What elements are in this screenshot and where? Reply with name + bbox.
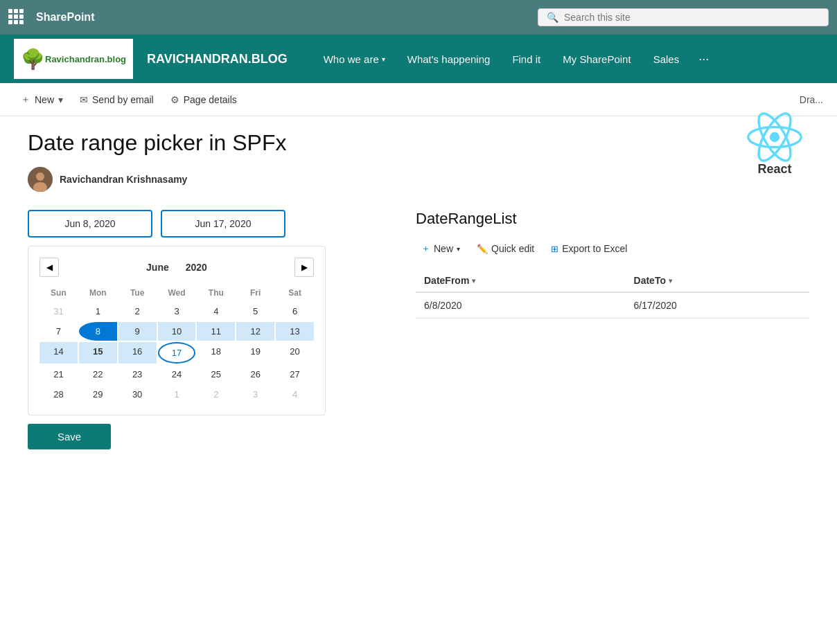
- column-header-datefrom[interactable]: DateFrom ▾: [416, 269, 626, 292]
- nav-label-my-sharepoint: My SharePoint: [563, 53, 631, 65]
- cal-day[interactable]: 2: [197, 385, 235, 404]
- cell-datefrom: 6/8/2020: [416, 292, 626, 319]
- cal-day[interactable]: 4: [197, 302, 235, 321]
- day-header-tue: Tue: [118, 285, 157, 301]
- send-by-email-button[interactable]: ✉ Send by email: [73, 90, 161, 109]
- cal-day[interactable]: 5: [236, 302, 274, 321]
- chevron-down-icon: ▾: [382, 55, 385, 63]
- cal-day-in-range[interactable]: 9: [118, 322, 157, 341]
- search-bar[interactable]: 🔍: [538, 8, 829, 26]
- cal-day[interactable]: 3: [236, 385, 274, 404]
- calendar-grid: Sun Mon Tue Wed Thu Fri Sat 31 1 2 3 4 5…: [39, 285, 314, 404]
- search-input[interactable]: [564, 12, 820, 23]
- list-new-button[interactable]: ＋ New ▾: [416, 239, 466, 258]
- prev-month-button[interactable]: ◀: [39, 258, 59, 277]
- export-to-excel-button[interactable]: ⊞ Export to Excel: [545, 240, 633, 258]
- day-header-fri: Fri: [236, 285, 274, 301]
- sort-chevron-icon: ▾: [669, 277, 672, 285]
- cal-day[interactable]: 1: [158, 385, 196, 404]
- send-by-email-label: Send by email: [92, 94, 154, 105]
- author-avatar-image: [28, 167, 53, 192]
- cal-day[interactable]: 27: [276, 365, 314, 384]
- author-row: Ravichandran Krishnasamy: [28, 167, 809, 192]
- quick-edit-label: Quick edit: [491, 243, 534, 254]
- svg-point-5: [36, 172, 44, 181]
- nav-item-my-sharepoint[interactable]: My SharePoint: [554, 48, 639, 71]
- cal-day[interactable]: 29: [79, 385, 117, 404]
- calendar-section: Jun 8, 2020 Jun 17, 2020 ◀ June 2020 ▶ S…: [28, 210, 374, 449]
- date-inputs: Jun 8, 2020 Jun 17, 2020: [28, 210, 374, 238]
- cal-day-in-range[interactable]: 11: [197, 322, 235, 341]
- cal-day[interactable]: 7: [39, 322, 78, 341]
- cal-day[interactable]: 6: [276, 302, 314, 321]
- nav-item-find-it[interactable]: Find it: [504, 48, 549, 71]
- pencil-icon: ✏️: [477, 244, 488, 254]
- logo-text: Ravichandran.blog: [45, 54, 126, 64]
- cal-day-range-start[interactable]: 8: [79, 322, 117, 341]
- cal-day[interactable]: 1: [79, 302, 117, 321]
- cal-day-in-range[interactable]: 12: [236, 322, 274, 341]
- cal-day[interactable]: 2: [118, 302, 157, 321]
- column-header-dateto[interactable]: DateTo ▾: [626, 269, 809, 292]
- cal-day-in-range[interactable]: 15: [79, 342, 117, 364]
- new-button-label: New: [35, 94, 54, 105]
- cal-day[interactable]: 30: [118, 385, 157, 404]
- cell-dateto: 6/17/2020: [626, 292, 809, 319]
- nav-item-sales[interactable]: Sales: [645, 48, 688, 71]
- cal-day[interactable]: 21: [39, 365, 78, 384]
- list-title: DateRangeList: [416, 210, 809, 228]
- waffle-menu[interactable]: [8, 9, 25, 26]
- cal-day-range-end[interactable]: 17: [158, 342, 196, 364]
- site-header: 🌳 Ravichandran.blog RAVICHANDRAN.BLOG Wh…: [0, 35, 837, 83]
- gear-icon: ⚙: [170, 94, 179, 105]
- cal-day[interactable]: 23: [118, 365, 157, 384]
- sort-chevron-icon: ▾: [472, 277, 475, 285]
- next-month-button[interactable]: ▶: [294, 258, 314, 277]
- cal-day[interactable]: 20: [276, 342, 314, 364]
- svg-point-0: [770, 132, 779, 142]
- nav-item-who-we-are[interactable]: Who we are ▾: [315, 48, 394, 71]
- cal-day[interactable]: 25: [197, 365, 235, 384]
- excel-icon: ⊞: [551, 244, 558, 254]
- cal-day[interactable]: 24: [158, 365, 196, 384]
- date-range-table: DateFrom ▾ DateTo ▾: [416, 269, 809, 319]
- react-logo-icon: [747, 109, 802, 165]
- page-details-label: Page details: [184, 94, 237, 105]
- export-label: Export to Excel: [562, 243, 627, 254]
- cal-day-in-range[interactable]: 14: [39, 342, 78, 364]
- top-navigation: SharePoint 🔍: [0, 0, 837, 35]
- cal-day[interactable]: 4: [276, 385, 314, 404]
- cal-day[interactable]: 18: [197, 342, 235, 364]
- cal-day-in-range[interactable]: 10: [158, 322, 196, 341]
- start-date-input[interactable]: Jun 8, 2020: [28, 210, 152, 238]
- cal-day[interactable]: 3: [158, 302, 196, 321]
- day-header-sun: Sun: [39, 285, 78, 301]
- save-button[interactable]: Save: [28, 424, 111, 449]
- cal-day[interactable]: 26: [236, 365, 274, 384]
- cal-day[interactable]: 28: [39, 385, 78, 404]
- cal-day[interactable]: 31: [39, 302, 78, 321]
- page-details-button[interactable]: ⚙ Page details: [164, 90, 244, 109]
- page-toolbar: ＋ New ▾ ✉ Send by email ⚙ Page details D…: [0, 83, 837, 116]
- end-date-input[interactable]: Jun 17, 2020: [161, 210, 285, 238]
- cal-day[interactable]: 19: [236, 342, 274, 364]
- nav-item-whats-happening[interactable]: What's happening: [399, 48, 499, 71]
- more-nav-icon[interactable]: ···: [693, 46, 714, 72]
- cal-day[interactable]: 22: [79, 365, 117, 384]
- nav-label-whats-happening: What's happening: [407, 53, 491, 65]
- table-row: 6/8/2020 6/17/2020: [416, 292, 809, 319]
- site-logo[interactable]: 🌳 Ravichandran.blog: [14, 39, 133, 79]
- datefrom-sort: DateFrom ▾: [424, 275, 475, 286]
- plus-icon: ＋: [421, 242, 430, 255]
- logo-tree-icon: 🌳: [21, 48, 45, 71]
- new-button[interactable]: ＋ New ▾: [14, 89, 70, 110]
- month-year-display: June 2020: [146, 262, 207, 273]
- quick-edit-button[interactable]: ✏️ Quick edit: [471, 240, 540, 258]
- cal-day-in-range[interactable]: 13: [276, 322, 314, 341]
- calendar-month: June: [146, 262, 169, 273]
- author-name: Ravichandran Krishnasamy: [60, 174, 187, 185]
- calendar-widget: ◀ June 2020 ▶ Sun Mon Tue Wed Thu Fri Sa…: [28, 246, 326, 415]
- cal-day-in-range[interactable]: 16: [118, 342, 157, 364]
- datefrom-label: DateFrom: [424, 275, 469, 286]
- email-icon: ✉: [80, 94, 88, 105]
